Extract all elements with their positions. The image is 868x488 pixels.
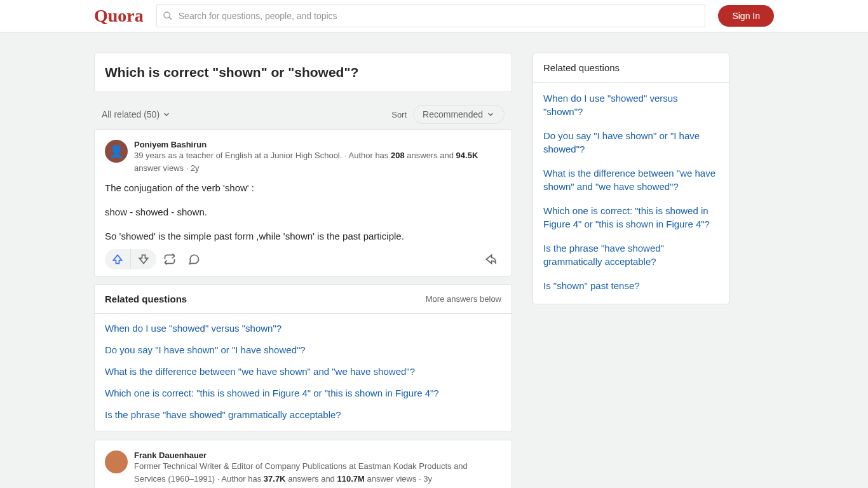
- avatar[interactable]: 👤: [105, 140, 128, 163]
- related-link[interactable]: Is the phrase "have showed" grammaticall…: [105, 409, 501, 420]
- filter-label: All related (50): [102, 109, 159, 119]
- sort-container: Sort Recommended: [391, 105, 505, 124]
- answer-card: Frank Dauenhauer Former Technical Writer…: [94, 440, 512, 488]
- sidebar-link[interactable]: Is "shown" past tense?: [543, 279, 719, 292]
- search-input[interactable]: [156, 4, 706, 27]
- share-button[interactable]: [480, 250, 501, 269]
- action-bar: [105, 249, 501, 269]
- upvote-button[interactable]: [105, 249, 130, 269]
- answer-body: The conjugation of the verb 'show' : sho…: [105, 180, 501, 244]
- answer-paragraph: The conjugation of the verb 'show' :: [105, 180, 501, 196]
- search-icon: [163, 11, 173, 21]
- answer-card: 👤 Poniyem Bashirun 39 years as a teacher…: [94, 129, 512, 276]
- related-header: Related questions More answers below: [95, 285, 512, 314]
- svg-line-1: [169, 17, 172, 20]
- sort-select[interactable]: Recommended: [413, 105, 505, 124]
- related-title: Related questions: [105, 294, 187, 304]
- answer-paragraph: show - showed - shown.: [105, 205, 501, 220]
- search-container: [156, 4, 706, 27]
- sidebar-link[interactable]: Do you say "I have shown" or "I have sho…: [543, 129, 719, 156]
- comment-button[interactable]: [183, 250, 205, 269]
- upvote-icon: [111, 253, 124, 266]
- related-link[interactable]: Do you say "I have shown" or "I have sho…: [105, 344, 501, 355]
- all-related-filter[interactable]: All related (50): [102, 109, 171, 119]
- repost-button[interactable]: [159, 250, 180, 269]
- related-link[interactable]: What is the difference between "we have …: [105, 366, 501, 377]
- sidebar-link[interactable]: Which one is correct: "this is showed in…: [543, 204, 719, 231]
- author-info: Frank Dauenhauer Former Technical Writer…: [134, 451, 501, 485]
- sort-value: Recommended: [423, 109, 483, 119]
- answer-header: 👤 Poniyem Bashirun 39 years as a teacher…: [105, 140, 501, 174]
- related-links: When do I use "showed" versus "shown"? D…: [95, 314, 512, 431]
- sidebar-links: When do I use "showed" versus "shown"? D…: [533, 83, 729, 304]
- main-container: Which is correct "shown" or "showed"? Al…: [94, 32, 868, 488]
- sidebar-title: Related questions: [533, 53, 729, 83]
- filter-bar: All related (50) Sort Recommended: [94, 100, 512, 129]
- sidebar-link[interactable]: When do I use "showed" versus "shown"?: [543, 92, 719, 118]
- repost-icon: [163, 253, 176, 266]
- sidebar: Related questions When do I use "showed"…: [532, 53, 729, 488]
- share-icon: [484, 253, 497, 266]
- related-questions-inline: Related questions More answers below Whe…: [94, 284, 512, 432]
- chevron-down-icon: [486, 110, 495, 119]
- downvote-icon: [137, 253, 150, 266]
- svg-point-0: [164, 12, 170, 18]
- sidebar-link[interactable]: What is the difference between "we have …: [543, 166, 719, 193]
- author-name[interactable]: Frank Dauenhauer: [134, 451, 501, 460]
- author-name[interactable]: Poniyem Bashirun: [134, 140, 501, 149]
- related-link[interactable]: Which one is correct: "this is showed in…: [105, 388, 501, 398]
- chevron-down-icon: [162, 110, 171, 119]
- author-meta: 39 years as a teacher of English at a Ju…: [134, 149, 501, 174]
- header: Quora Sign In: [0, 0, 868, 32]
- downvote-button[interactable]: [131, 249, 156, 269]
- question-card: Which is correct "shown" or "showed"?: [94, 53, 512, 92]
- more-answers-label: More answers below: [426, 294, 501, 304]
- sidebar-link[interactable]: Is the phrase "have showed" grammaticall…: [543, 241, 719, 268]
- comment-icon: [187, 253, 200, 266]
- author-info: Poniyem Bashirun 39 years as a teacher o…: [134, 140, 501, 174]
- answer-header: Frank Dauenhauer Former Technical Writer…: [105, 451, 501, 485]
- vote-group: [105, 249, 156, 269]
- logo[interactable]: Quora: [94, 6, 144, 26]
- answer-paragraph: So 'showed' is the simple past form ,whi…: [105, 229, 501, 244]
- sign-in-button[interactable]: Sign In: [718, 5, 774, 27]
- sort-label: Sort: [391, 110, 407, 119]
- author-meta: Former Technical Writer & Editor of Comp…: [134, 460, 501, 485]
- related-link[interactable]: When do I use "showed" versus "shown"?: [105, 323, 501, 334]
- question-title: Which is correct "shown" or "showed"?: [105, 65, 501, 80]
- avatar[interactable]: [105, 451, 128, 473]
- sidebar-related-card: Related questions When do I use "showed"…: [532, 53, 729, 304]
- main-column: Which is correct "shown" or "showed"? Al…: [94, 53, 512, 488]
